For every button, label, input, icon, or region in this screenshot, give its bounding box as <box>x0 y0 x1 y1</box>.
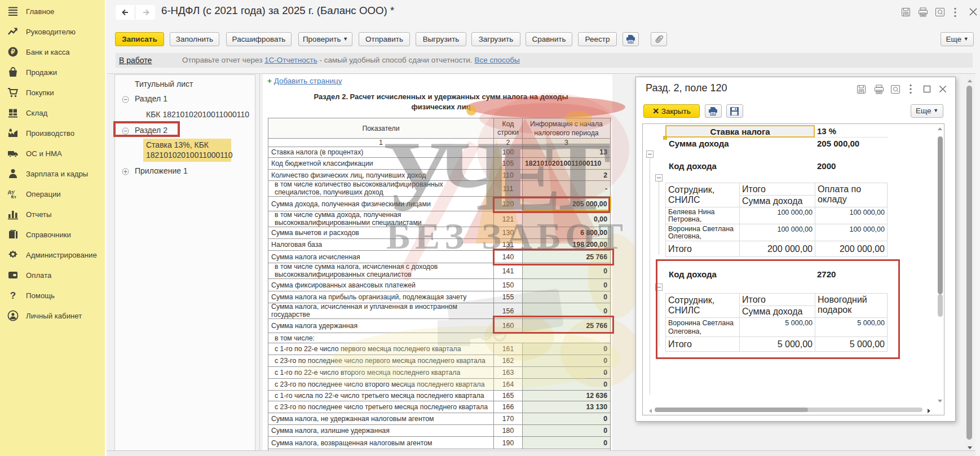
svg-text:?: ? <box>10 290 16 301</box>
svg-text:Дт: Дт <box>8 189 14 194</box>
svg-text:₽: ₽ <box>11 48 15 55</box>
